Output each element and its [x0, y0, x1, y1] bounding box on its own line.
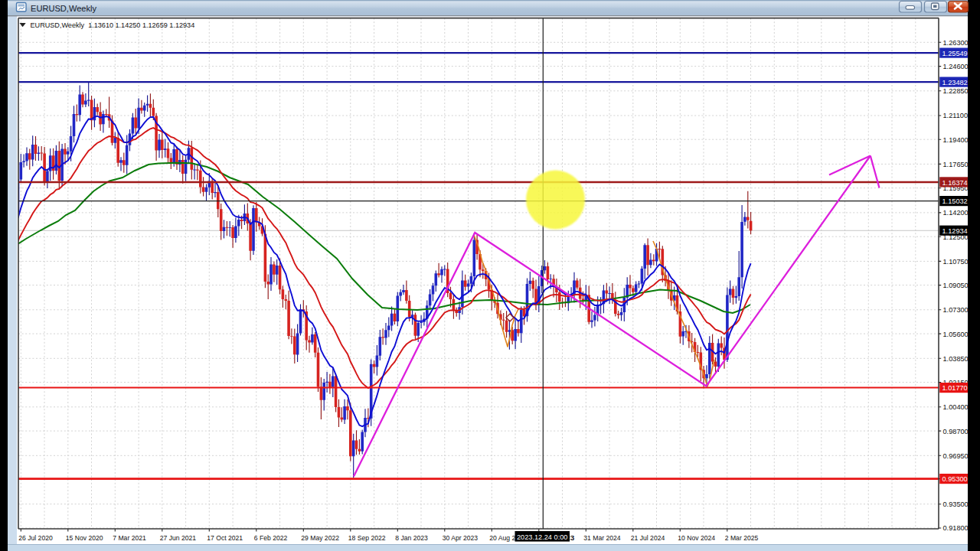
svg-text:2023.12.24 0:00: 2023.12.24 0:00 [517, 533, 567, 541]
svg-text:17 Oct 2021: 17 Oct 2021 [207, 534, 243, 542]
svg-text:EURUSD,Weekly: EURUSD,Weekly [31, 4, 97, 13]
svg-text:3: 3 [571, 534, 575, 542]
svg-text:0.91800: 0.91800 [943, 524, 969, 532]
svg-text:8 Jan 2023: 8 Jan 2023 [395, 534, 428, 542]
svg-text:1.05600: 1.05600 [943, 331, 969, 338]
svg-text:0.95300: 0.95300 [942, 475, 968, 483]
svg-text:0.98700: 0.98700 [943, 428, 969, 435]
svg-text:10 Nov 2024: 10 Nov 2024 [678, 534, 715, 542]
svg-text:EURUSD,Weekly 1.13610 1.14250: EURUSD,Weekly 1.13610 1.14250 1.12659 1.… [31, 21, 195, 29]
svg-text:6 Feb 2022: 6 Feb 2022 [254, 534, 288, 542]
svg-text:31 Mar 2024: 31 Mar 2024 [583, 534, 620, 542]
svg-text:1.16374: 1.16374 [942, 179, 968, 187]
svg-text:7 Mar 2021: 7 Mar 2021 [113, 534, 146, 542]
svg-text:21 Jul 2024: 21 Jul 2024 [631, 534, 665, 542]
svg-text:2 Mar 2025: 2 Mar 2025 [725, 534, 759, 542]
svg-text:1.07300: 1.07300 [943, 306, 969, 314]
svg-text:1.14200: 1.14200 [943, 209, 969, 217]
svg-text:1.21100: 1.21100 [943, 112, 969, 119]
svg-text:1.17650: 1.17650 [943, 161, 969, 168]
svg-text:1.01770: 1.01770 [942, 384, 968, 392]
svg-text:15 Nov 2020: 15 Nov 2020 [66, 534, 103, 542]
svg-text:18 Sep 2022: 18 Sep 2022 [348, 534, 386, 542]
svg-text:1.12934: 1.12934 [942, 227, 968, 235]
svg-text:1.03850: 1.03850 [943, 355, 969, 363]
svg-text:27 Jun 2021: 27 Jun 2021 [160, 534, 197, 542]
svg-text:1.10750: 1.10750 [943, 258, 969, 266]
svg-text:1.25549: 1.25549 [942, 50, 968, 57]
svg-text:1.23482: 1.23482 [942, 79, 968, 86]
svg-text:1.00400: 1.00400 [943, 403, 969, 411]
svg-text:0.93500: 0.93500 [943, 500, 969, 508]
svg-text:1.09050: 1.09050 [943, 282, 969, 289]
svg-text:1.24600: 1.24600 [943, 63, 969, 70]
svg-text:1.19400: 1.19400 [943, 136, 969, 144]
svg-text:1.15032: 1.15032 [942, 197, 968, 205]
svg-text:30 Apr 2023: 30 Apr 2023 [443, 534, 479, 542]
svg-text:26 Jul 2020: 26 Jul 2020 [18, 534, 53, 542]
svg-text:1.26300: 1.26300 [943, 39, 969, 47]
svg-text:29 May 2022: 29 May 2022 [301, 534, 339, 542]
svg-text:0.96950: 0.96950 [943, 452, 969, 460]
svg-text:1.22850: 1.22850 [943, 87, 969, 95]
